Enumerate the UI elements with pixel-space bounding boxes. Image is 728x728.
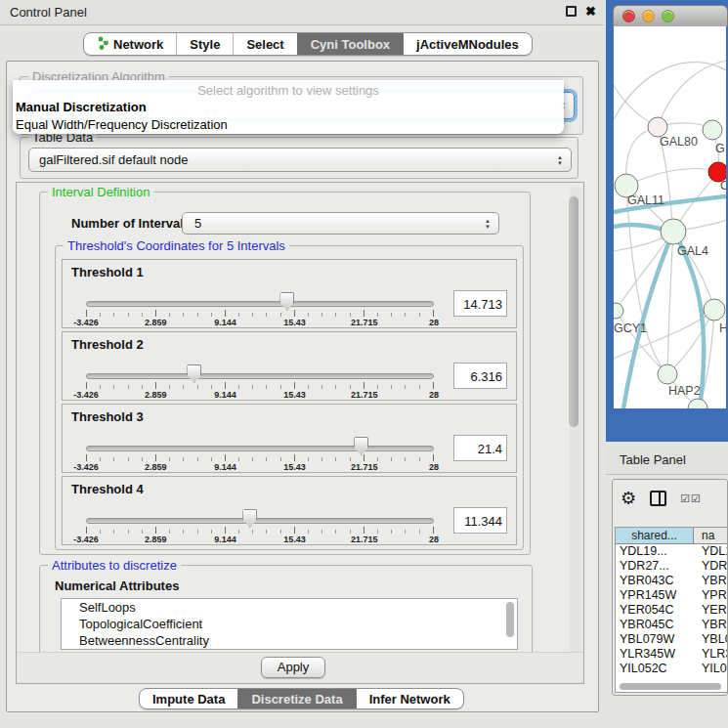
table-data-combobox[interactable]: galFiltered.sif default node ▲▼ <box>28 148 572 172</box>
network-node[interactable] <box>704 299 725 321</box>
tick-mark <box>377 313 378 317</box>
threshold-slider[interactable]: -3.4262.8599.14415.4321.71528 <box>86 506 434 543</box>
tick-mark <box>169 530 170 534</box>
slider-ticks <box>86 382 434 390</box>
tick-mark <box>128 530 129 534</box>
network-window-titlebar <box>613 5 728 26</box>
network-node[interactable] <box>648 117 667 137</box>
table-row[interactable]: YDL19...YDL1 <box>616 544 727 559</box>
checkbox-icon[interactable]: ☑☑ <box>680 492 702 505</box>
tick-mark <box>211 530 212 534</box>
table-row[interactable]: YBR045CYBR0 <box>616 618 727 632</box>
algorithm-popup-item[interactable]: Manual Discretization <box>13 98 564 115</box>
column-header-name[interactable]: na <box>694 528 727 544</box>
network-canvas[interactable]: GAL80GCGAL11GAL4GCY1HHAP2 <box>614 26 726 408</box>
table-row[interactable]: YPR145WYPR1 <box>616 588 727 603</box>
float-icon[interactable] <box>566 6 577 17</box>
vertical-scrollbar-thumb[interactable] <box>569 196 578 427</box>
apply-button[interactable]: Apply <box>261 657 325 678</box>
tab-impute-data[interactable]: Impute Data <box>140 689 237 708</box>
tab-cyni-toolbox[interactable]: Cyni Toolbox <box>297 33 403 55</box>
table-row[interactable]: YIL052CYIL0 <box>616 662 727 676</box>
tick-label: 9.144 <box>214 462 236 472</box>
table-row[interactable]: YER054CYER0 <box>616 603 727 618</box>
cell-shared-name: YPR145W <box>616 588 694 603</box>
tick-label: 2.859 <box>145 462 167 472</box>
slider-thumb[interactable] <box>242 509 257 528</box>
network-node[interactable] <box>658 364 677 384</box>
table-row[interactable]: YBR043CYBR0 <box>616 574 727 588</box>
tick-mark <box>238 457 239 461</box>
combo-arrows-icon: ▲▼ <box>557 154 563 165</box>
tab-select[interactable]: Select <box>233 33 296 55</box>
tick-mark <box>211 385 212 389</box>
node-table[interactable]: shared... na YDL19...YDL1YDR27...YDR2YBR… <box>615 527 728 693</box>
attribute-list-item[interactable]: TopologicalCoefficient <box>62 616 517 632</box>
threshold-label: Threshold 4 <box>71 482 144 496</box>
slider-thumb[interactable] <box>187 364 201 383</box>
tick-mark <box>280 313 281 317</box>
tick-mark <box>433 527 434 534</box>
threshold-slider[interactable]: -3.4262.8599.14415.4321.71528 <box>86 289 434 326</box>
gear-icon[interactable]: ⚙ <box>621 490 636 507</box>
attributes-scrollbar-thumb[interactable] <box>506 602 514 637</box>
table-row[interactable]: YLR345WYLR3 <box>616 647 727 662</box>
threshold-row: Threshold 4-3.4262.8599.14415.4321.71528… <box>62 476 517 545</box>
network-node[interactable] <box>661 219 686 244</box>
column-header-shared-name[interactable]: shared... <box>616 528 694 544</box>
cell-name: YIL0 <box>694 662 727 676</box>
attribute-list-item[interactable]: SelfLoops <box>62 599 517 616</box>
tick-label: 28 <box>429 390 439 400</box>
network-node[interactable] <box>703 120 722 140</box>
tick-mark <box>266 385 267 389</box>
slider-thumb[interactable] <box>279 292 294 311</box>
tick-mark <box>266 457 267 461</box>
slider-thumb[interactable] <box>354 437 368 455</box>
network-node[interactable] <box>688 399 707 408</box>
threshold-value-field[interactable]: 14.713 <box>453 290 507 317</box>
threshold-slider[interactable]: -3.4262.8599.14415.4321.71528 <box>86 434 434 471</box>
threshold-value-field[interactable]: 11.344 <box>453 507 507 534</box>
table-data-value: galFiltered.sif default node <box>39 152 188 167</box>
mac-minimize-button[interactable] <box>642 10 655 22</box>
network-edge <box>614 63 726 119</box>
cell-name: YBL0 <box>694 632 727 647</box>
tab-network[interactable]: Network <box>84 33 176 55</box>
tick-mark <box>183 457 184 461</box>
tick-mark <box>350 313 351 317</box>
close-icon[interactable]: ✖ <box>585 6 596 17</box>
horizontal-scrollbar-thumb[interactable] <box>620 683 721 690</box>
tab-discretize-data[interactable]: Discretize Data <box>237 689 355 708</box>
interval-definition-group: Interval Definition Number of Intervals … <box>39 192 531 555</box>
algorithm-popup-item[interactable]: Equal Width/Frequency Discretization <box>13 115 564 133</box>
cell-shared-name: YBL079W <box>616 632 694 647</box>
threshold-value-field[interactable]: 6.316 <box>453 363 507 389</box>
mac-zoom-button[interactable] <box>662 10 674 22</box>
table-data-group: Table Data galFiltered.sif default node … <box>20 137 578 179</box>
tick-label: 21.715 <box>351 318 378 327</box>
table-row[interactable]: YDR27...YDR2 <box>616 559 727 574</box>
table-row[interactable]: YBL079WYBL0 <box>616 632 727 647</box>
attribute-list-item[interactable]: BetweennessCentrality <box>62 632 517 649</box>
vertical-scrollbar[interactable] <box>570 187 581 679</box>
network-edge <box>626 186 667 374</box>
columns-icon[interactable] <box>650 491 666 506</box>
slider-tick-labels: -3.4262.8599.14415.4321.71528 <box>86 535 434 544</box>
mac-close-button[interactable] <box>622 10 635 22</box>
threshold-label: Threshold 3 <box>71 409 144 424</box>
tab-label: Cyni Toolbox <box>311 37 390 52</box>
tick-mark <box>377 457 378 461</box>
network-node[interactable] <box>614 303 623 319</box>
tab-infer-network[interactable]: Infer Network <box>356 689 463 708</box>
tick-label: 9.144 <box>214 535 236 544</box>
threshold-slider[interactable]: -3.4262.8599.14415.4321.71528 <box>86 362 434 399</box>
tick-mark <box>364 382 364 389</box>
network-node-label: HAP2 <box>668 384 701 398</box>
tab-style[interactable]: Style <box>176 33 233 55</box>
number-of-intervals-combobox[interactable]: 5 ▲▼ <box>182 212 499 235</box>
tick-mark <box>391 385 392 389</box>
tab-jactivemnodules[interactable]: jActiveMNodules <box>403 33 532 55</box>
tick-label: 15.43 <box>283 390 306 400</box>
numerical-attributes-list[interactable]: SelfLoopsTopologicalCoefficientBetweenne… <box>61 598 518 650</box>
threshold-value-field[interactable]: 21.4 <box>453 435 507 461</box>
